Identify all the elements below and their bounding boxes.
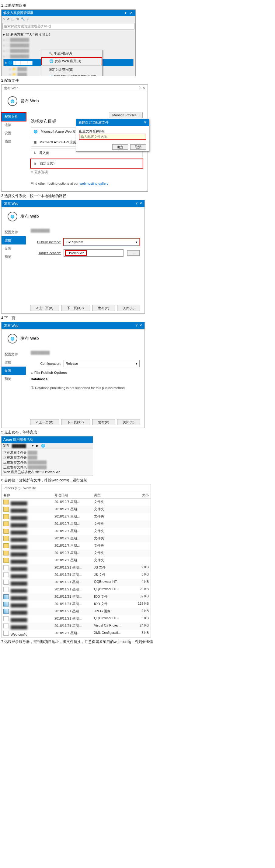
nav-conn[interactable]: 连接 — [2, 121, 26, 129]
azure-icon: 🌐 — [33, 130, 38, 134]
close-icon[interactable]: ✕ — [129, 11, 134, 15]
proj1[interactable]: ▸ ☐ ████████ — [3, 37, 134, 42]
file-publish-options[interactable]: ⊙ File Publish Options — [31, 371, 140, 375]
prev-button[interactable]: < 上一页(B) — [30, 305, 59, 311]
solution-explorer-window: 解决方案资源管理器 ▾✕ ⌂⟳ ⬚⟲ 🔧» 搜索解决方案资源管理器(Ctrl+;… — [1, 9, 136, 76]
nav-profile[interactable]: 配置文件 — [2, 113, 26, 121]
step6-title: 6.去路径下复制所有文件，排除web.config，进行复制 — [1, 478, 274, 483]
file-icon — [3, 594, 9, 599]
file-row[interactable]: ███████2018/11/21 星期...JS 文件5 KB — [2, 571, 150, 579]
file-icon — [3, 565, 9, 570]
import-icon: ⇩ — [33, 151, 36, 155]
column-headers: 名称 修改日期 类型 大小 — [2, 492, 150, 499]
file-row[interactable]: ███████2018/11/21 星期...JS 文件2 KB — [2, 564, 150, 571]
publish-button[interactable]: 发布(P) — [92, 305, 115, 311]
method-select[interactable]: File System▾ — [63, 239, 140, 246]
folder-icon — [3, 522, 9, 526]
next-button[interactable]: 下一页(X) > — [61, 305, 90, 311]
wrench-icon[interactable]: 🔧 — [21, 17, 25, 21]
close-icon[interactable]: ✕ — [144, 120, 147, 125]
solution-node[interactable]: ▸ ☑ 解决方案 '***.UI' (6 个项目) — [3, 32, 134, 37]
ok-button[interactable]: 确定 — [112, 144, 128, 150]
nav-conn[interactable]: 连接 — [2, 359, 26, 367]
play-icon[interactable]: ▶ — [36, 444, 38, 448]
pub-header: 发布 Web — [20, 98, 38, 104]
target-input[interactable]: H:\WebSite — [63, 249, 123, 257]
sync-icon[interactable]: ⟲ — [16, 17, 19, 21]
file-row[interactable]: ███████2018/11/21 星期...JPEG 图像2 KB — [2, 608, 150, 615]
close-icon[interactable]: ✕ — [142, 86, 145, 90]
chevron-down-icon[interactable]: ▾ — [32, 444, 34, 448]
col-date[interactable]: 修改日期 — [54, 493, 94, 497]
opt-custom[interactable]: 🗎自定义(C) — [31, 159, 143, 168]
file-row[interactable]: ███████2018/11/21 星期...ICO 文件32 KB — [2, 593, 150, 601]
close-button[interactable]: 关闭(O) — [117, 419, 140, 425]
file-row[interactable]: ███████2018/12/7 星期...文件夹 — [2, 542, 150, 550]
nav-profile[interactable]: 配置文件 — [2, 228, 26, 236]
menu-build[interactable]: 🔨 生成网站(U) — [42, 50, 102, 57]
file-row[interactable]: ███████2018/12/7 星期...文件夹 — [2, 506, 150, 513]
file-row[interactable]: ███████2018/12/7 星期...文件夹 — [2, 550, 150, 557]
proj2[interactable]: ▸ ☐ ████████ — [3, 42, 134, 48]
nav-settings[interactable]: 设置 — [2, 129, 26, 137]
nav-settings[interactable]: 设置 — [2, 367, 26, 375]
nav-preview[interactable]: 预览 — [2, 375, 26, 383]
help-icon[interactable]: ? — [136, 202, 138, 205]
file-row[interactable]: ███████2018/12/7 星期...文件夹 — [2, 499, 150, 506]
globe-icon[interactable]: 🌐 — [41, 444, 45, 448]
file-row[interactable]: ███████2018/12/7 星期...文件夹 — [2, 528, 150, 535]
file-icon — [3, 572, 9, 577]
file-row[interactable]: ███████2018/11/21 星期...QQBrowser HT...3 … — [2, 615, 150, 623]
file-row[interactable]: ███████2018/11/21 星期...QQBrowser HT...4 … — [2, 579, 150, 586]
breadcrumb[interactable]: others (H:) › WebSite — [2, 485, 150, 492]
file-row[interactable]: ███████2018/11/21 星期...ICO 文件162 KB — [2, 601, 150, 608]
file-row[interactable]: ███████2018/11/21 星期...QQBrowser HT...20… — [2, 586, 150, 593]
hosting-link[interactable]: web hosting gallery — [80, 182, 108, 185]
refresh-icon[interactable]: ⟳ — [7, 17, 9, 21]
col-size[interactable]: 大小 — [131, 493, 149, 497]
folder-icon — [3, 514, 9, 519]
profile-name-input[interactable] — [79, 134, 146, 140]
publish-button[interactable]: 发布(P) — [92, 419, 115, 425]
file-row[interactable]: ███████2018/12/7 星期...文件夹 — [2, 535, 150, 542]
next-button[interactable]: 下一页(X) > — [61, 419, 90, 425]
nav-profile[interactable]: 配置文件 — [2, 350, 26, 359]
config-select[interactable]: Release▾ — [63, 360, 140, 367]
file-row[interactable]: ███████2018/12/7 星期...文件夹 — [2, 557, 150, 564]
menu-publish[interactable]: 🌐 发布 Web 应用(H) — [42, 57, 102, 65]
close-icon[interactable]: ✕ — [139, 323, 142, 327]
more-icon[interactable]: » — [27, 17, 29, 21]
pub-sidenav: 配置文件 连接 设置 预览 — [2, 110, 26, 191]
more-options[interactable]: ⊙ 更多选项 — [31, 170, 143, 174]
nav-conn[interactable]: 连接 — [2, 236, 26, 245]
cancel-button[interactable]: 取消 — [130, 144, 146, 150]
folder-icon — [3, 551, 9, 556]
file-row[interactable]: ███████2018/12/7 星期...文件夹 — [2, 513, 150, 521]
file-row[interactable]: ███████2018/12/7 星期...文件夹 — [2, 521, 150, 528]
manage-profiles-button[interactable]: Manage Profiles... — [109, 112, 143, 118]
se-searchbox[interactable]: 搜索解决方案资源管理器(Ctrl+;) — [2, 23, 134, 29]
activity-panel: Azure 应用服务活动 发布 ██████ ▾ ▶🌐 正在发布文件夹 ████… — [1, 436, 93, 476]
menu-scope[interactable]: 限定为此范围(S) — [42, 66, 102, 73]
nav-preview[interactable]: 预览 — [2, 253, 26, 261]
file-row[interactable]: ███████2018/11/21 星期...Visual C# Projec.… — [2, 623, 150, 630]
help-icon[interactable]: ? — [136, 323, 138, 327]
doc-icon: 🗎 — [33, 162, 37, 165]
col-name[interactable]: 名称 — [3, 493, 54, 497]
file-icon — [3, 623, 9, 628]
nav-preview[interactable]: 预览 — [2, 137, 26, 146]
prev-button[interactable]: < 上一页(B) — [30, 419, 59, 425]
col-type[interactable]: 类型 — [94, 493, 131, 497]
home-icon[interactable]: ⌂ — [3, 17, 5, 21]
close-button[interactable]: 关闭(O) — [117, 305, 140, 311]
folder-icon — [3, 500, 9, 504]
close-icon[interactable]: ✕ — [139, 202, 142, 205]
api-icon: ▦ — [33, 140, 36, 144]
pin-icon[interactable]: ▾ — [123, 11, 128, 15]
file-row[interactable]: Web.config2018/12/7 星期...XML Configurati… — [2, 630, 150, 637]
tool-icon[interactable]: ⬚ — [11, 17, 14, 21]
browse-button[interactable]: … — [127, 250, 140, 256]
nav-settings[interactable]: 设置 — [2, 245, 26, 253]
menu-newview[interactable]: 📄 新建解决方案资源管理器视图(N) — [42, 73, 102, 76]
help-icon[interactable]: ? — [139, 86, 141, 90]
